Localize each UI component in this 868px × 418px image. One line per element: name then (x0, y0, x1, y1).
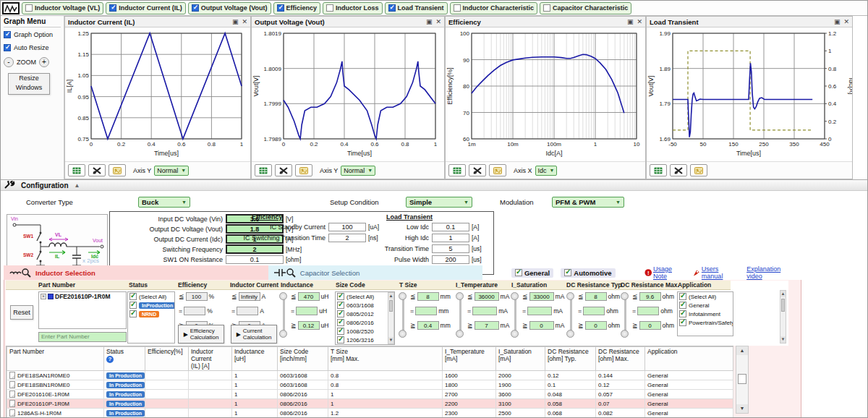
range-filter-input[interactable]: 36000 (475, 292, 499, 301)
remove-part-icon[interactable]: × (41, 294, 46, 299)
toolbar-toggle-capacitor-characteristic[interactable]: Capacitor Characteristic (540, 2, 631, 14)
range-filter-input[interactable]: 470 (298, 292, 320, 301)
range-filter-input[interactable] (237, 307, 258, 315)
config-field-input[interactable]: 2 (226, 244, 284, 254)
range-filter-input[interactable]: 0.4 (417, 321, 439, 330)
size-code-option[interactable]: 1008/2520 (336, 327, 394, 336)
tools-icon[interactable] (88, 164, 106, 176)
toolbar-toggle-output-voltage-vout-[interactable]: Output Voltage (Vout) (188, 2, 271, 14)
general-checkbox[interactable]: General (511, 268, 553, 278)
application-option[interactable]: (Select All) (678, 292, 733, 301)
range-filter-input[interactable] (472, 307, 497, 315)
tab-inductor-selection[interactable]: Inductor Selection (4, 265, 268, 280)
range-filter-input[interactable]: 0 (585, 321, 607, 330)
toolbar-toggle-inductor-characteristic[interactable]: Inductor Characteristic (450, 2, 538, 14)
toolbar-toggle-efficiency[interactable]: Efficiency (273, 2, 321, 14)
table-header-cell[interactable]: T Size [mm] Max. (328, 347, 443, 371)
table-row[interactable]: DFE201610P-1R0MIn Production10806/201612… (7, 399, 733, 409)
size-code-option[interactable]: 0805/2012 (336, 310, 394, 318)
tools-icon[interactable] (670, 164, 687, 176)
scroll-up-icon[interactable]: ▲ (736, 346, 748, 355)
range-filter-input[interactable]: 8 (585, 292, 607, 301)
usage-note-link[interactable]: Usage Note (653, 265, 683, 280)
size-code-option[interactable]: 0603/1608 (336, 301, 394, 310)
application-option[interactable]: General (678, 301, 733, 310)
table-header-cell[interactable]: DC Resistance [ohm] Typ. (545, 347, 596, 371)
resize-windows-button[interactable]: Resize Windows (8, 73, 50, 95)
range-filter-input[interactable]: 100 (186, 292, 208, 301)
slider-min-knob[interactable] (399, 330, 407, 338)
toolbar-toggle-inductor-current-il-[interactable]: Inductor Current (IL) (106, 2, 186, 14)
selected-part-chip[interactable]: ×DFE201610P-1R0M (39, 292, 126, 301)
close-icon[interactable]: ✕ (242, 18, 247, 25)
range-filter-input[interactable] (583, 307, 605, 315)
slider-min-knob[interactable] (279, 330, 287, 338)
toolbar-toggle-load-transient[interactable]: Load Transient (385, 2, 448, 14)
range-filter-input[interactable]: 33000 (529, 292, 554, 301)
maximize-icon[interactable]: ▣ (426, 18, 433, 25)
slider-max-knob[interactable] (456, 292, 464, 300)
table-header-cell[interactable]: I_Temperature [mA] (443, 347, 496, 371)
range-filter-input[interactable]: 8 (417, 292, 439, 301)
range-slider-track[interactable] (459, 296, 461, 333)
export-csv-icon[interactable] (448, 164, 466, 176)
table-header-cell[interactable]: I_Saturation [mA] (496, 347, 545, 371)
slider-max-knob[interactable] (279, 292, 287, 300)
axis-select-dropdown[interactable]: Idc▼ (535, 166, 558, 176)
config-field-input[interactable]: 1 (432, 234, 469, 242)
toolbar-toggle-inductor-voltage-vl-[interactable]: Inductor Voltage (VL) (22, 2, 103, 14)
export-csv-icon[interactable] (255, 164, 272, 176)
collapse-arrow-icon[interactable]: ▲ (75, 182, 80, 189)
config-field-input[interactable]: 0.1 (226, 255, 284, 264)
status-option[interactable]: NRND (128, 310, 174, 318)
table-scrollbar[interactable]: ▲ ▼ (736, 346, 749, 414)
close-icon[interactable]: ✕ (637, 18, 642, 25)
size-code-scrollbar[interactable]: ▲▼ (388, 292, 394, 344)
config-field-input[interactable]: 5 (432, 244, 469, 253)
slider-min-knob[interactable] (566, 330, 574, 338)
save-image-icon[interactable] (295, 164, 312, 176)
part-number-search-input[interactable]: Enter Part Number (38, 332, 127, 342)
range-slider-track[interactable] (514, 296, 516, 333)
table-row[interactable]: 1286AS-H-1R0MIn Production10806/20161.22… (7, 409, 733, 418)
zoom-in-button[interactable]: + (39, 57, 49, 67)
application-option[interactable]: Powertrain/Safety (678, 318, 733, 327)
slider-max-knob[interactable] (621, 292, 629, 300)
config-field-input[interactable]: 100 (328, 223, 366, 231)
maximize-icon[interactable]: ▣ (627, 18, 634, 25)
users-manual-link[interactable]: Users manual (702, 265, 736, 280)
range-filter-input[interactable] (184, 307, 205, 315)
slider-max-knob[interactable] (566, 292, 574, 300)
export-csv-icon[interactable] (68, 164, 85, 176)
tools-icon[interactable] (469, 164, 486, 176)
configuration-header[interactable]: Configuration ▲ (1, 179, 868, 191)
range-slider-track[interactable] (624, 296, 626, 333)
table-header-cell[interactable]: Inductor Current (IL) [A] (189, 347, 232, 371)
range-slider-track[interactable] (402, 296, 404, 333)
current-calculation-button[interactable]: ▶Current Calculation (231, 325, 277, 344)
maximize-icon[interactable]: ▣ (834, 18, 841, 25)
modulation-select[interactable]: PFM & PWM▼ (552, 197, 624, 208)
save-image-icon[interactable] (109, 164, 126, 176)
range-filter-input[interactable] (415, 307, 437, 315)
efficiency-calculation-button[interactable]: ▶Efficiency Calculation (178, 325, 224, 344)
close-icon[interactable]: ✕ (843, 18, 849, 25)
range-filter-input[interactable]: 0.12 (298, 321, 320, 330)
automotive-checkbox[interactable]: Automotive (561, 268, 615, 278)
range-filter-input[interactable]: Infinity (239, 292, 260, 301)
converter-type-select[interactable]: Buck▼ (138, 197, 190, 208)
range-filter-input[interactable] (296, 307, 318, 315)
config-field-input[interactable]: 200 (432, 255, 469, 264)
toolbar-toggle-inductor-loss[interactable]: Inductor Loss (323, 2, 383, 14)
table-header-cell[interactable]: DC Resistance [ohm] Max. (596, 347, 645, 371)
range-filter-input[interactable]: 0 (639, 321, 661, 330)
status-help-icon[interactable]: ? (106, 356, 114, 363)
scroll-thumb[interactable] (738, 374, 746, 384)
range-filter-input[interactable] (527, 307, 552, 315)
table-header-cell[interactable]: Inductance [uH] (232, 347, 278, 371)
slider-min-knob[interactable] (621, 330, 629, 338)
table-row[interactable]: DFE18SBN1R0ME0In Production10603/16080.8… (7, 380, 733, 390)
maximize-icon[interactable]: ▣ (232, 18, 239, 25)
zoom-out-button[interactable]: - (4, 57, 14, 67)
table-header-cell[interactable]: Efficiency[%] (145, 347, 189, 371)
